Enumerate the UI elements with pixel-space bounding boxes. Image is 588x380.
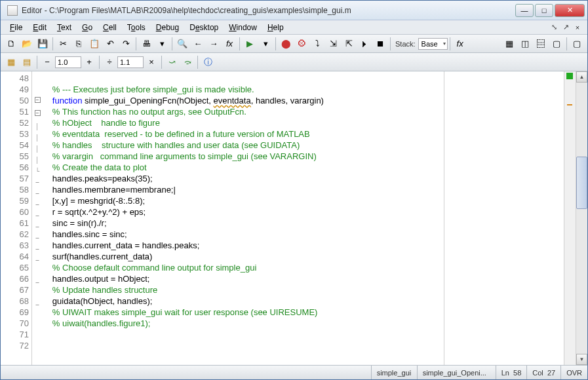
step-icon[interactable]: ⤵ bbox=[310, 37, 324, 51]
toolbar-cell: ▦ ▤ − 1.0 + ÷ 1.1 × ⤻ ⤼ ⓘ bbox=[1, 53, 587, 71]
app-icon bbox=[7, 5, 18, 16]
undock-button[interactable]: ↗ bbox=[560, 22, 571, 33]
tile-2-icon[interactable]: ◫ bbox=[518, 37, 532, 51]
status-bar: simple_gui simple_gui_Openi... Ln 58 Col… bbox=[1, 365, 587, 379]
close-button[interactable]: ✕ bbox=[555, 4, 585, 17]
print-icon[interactable]: 🖶 bbox=[139, 37, 153, 51]
multiply-value[interactable]: 1.1 bbox=[117, 56, 144, 68]
minimize-button[interactable]: — bbox=[515, 4, 534, 17]
tile-1-icon[interactable]: ▦ bbox=[502, 37, 517, 51]
run-menu-icon[interactable]: ▾ bbox=[258, 37, 273, 51]
decrement-value[interactable]: 1.0 bbox=[55, 56, 81, 68]
menu-edit[interactable]: Edit bbox=[28, 22, 52, 33]
copy-icon[interactable]: ⎘ bbox=[71, 37, 86, 51]
vertical-scrollbar[interactable]: ▲ ▼ bbox=[576, 71, 587, 365]
run-icon[interactable]: ▶ bbox=[243, 37, 257, 51]
minus-icon[interactable]: − bbox=[40, 55, 54, 69]
code-editor[interactable]: % --- Executes just before simple_gui is… bbox=[43, 71, 564, 365]
times-icon[interactable]: × bbox=[144, 55, 159, 69]
scroll-thumb[interactable] bbox=[576, 157, 587, 209]
cut-icon[interactable]: ✂ bbox=[56, 37, 70, 51]
save-icon[interactable]: 💾 bbox=[35, 37, 50, 51]
menu-go[interactable]: Go bbox=[77, 22, 98, 33]
info-icon[interactable]: ⓘ bbox=[201, 55, 215, 69]
status-ovr[interactable]: OVR bbox=[560, 366, 587, 379]
fx-insert-icon[interactable]: fx bbox=[222, 37, 237, 51]
step-out-icon[interactable]: ⇱ bbox=[342, 37, 356, 51]
status-line: Ln 58 bbox=[496, 366, 527, 379]
fold-column[interactable]: −−││││└–––––––––– bbox=[32, 71, 43, 365]
status-col: Col 27 bbox=[526, 366, 560, 379]
single-doc-icon[interactable]: ▢ bbox=[570, 37, 584, 51]
dock-button[interactable]: ⤡ bbox=[549, 22, 559, 33]
menu-bar: File Edit Text Go Cell Tools Debug Deskt… bbox=[1, 20, 587, 35]
nav-back-icon[interactable]: ← bbox=[191, 37, 205, 51]
menu-text[interactable]: Text bbox=[52, 22, 77, 33]
set-breakpoint-icon[interactable]: ⬤ bbox=[279, 37, 293, 51]
nav-fwd-icon[interactable]: → bbox=[206, 37, 221, 51]
menu-tools[interactable]: Tools bbox=[122, 22, 151, 33]
exit-debug-icon[interactable]: ⏹ bbox=[373, 37, 387, 51]
continue-icon[interactable]: ⏵ bbox=[357, 37, 372, 51]
menu-cell[interactable]: Cell bbox=[98, 22, 122, 33]
status-function[interactable]: simple_gui_Openi... bbox=[417, 366, 496, 379]
warning-marker[interactable] bbox=[567, 104, 572, 105]
redo-icon[interactable]: ↷ bbox=[119, 37, 133, 51]
message-bar[interactable] bbox=[564, 71, 576, 365]
tile-3-icon[interactable]: ⿳ bbox=[534, 37, 548, 51]
editor-area: 4849505152535455565758596061626364656667… bbox=[1, 71, 587, 365]
right-margin-line bbox=[444, 71, 444, 365]
scroll-down-icon[interactable]: ▼ bbox=[576, 354, 587, 365]
code-ok-icon bbox=[566, 73, 573, 79]
eval-advance-icon[interactable]: ⤼ bbox=[180, 55, 195, 69]
paste-icon[interactable]: 📋 bbox=[87, 37, 102, 51]
menu-file[interactable]: File bbox=[5, 22, 28, 33]
find-icon[interactable]: 🔍 bbox=[175, 37, 189, 51]
toolbar-main: 🗋 📂 💾 ✂ ⎘ 📋 ↶ ↷ 🖶 ▾ 🔍 ← → fx ▶ ▾ ⬤ ⭙ ⤵ ⇲… bbox=[1, 35, 587, 53]
print-preview-icon[interactable]: ▾ bbox=[155, 37, 169, 51]
menu-window[interactable]: Window bbox=[224, 22, 262, 33]
window-title: Editor - C:\Program Files\MATLAB\R2009a\… bbox=[22, 6, 514, 15]
line-number-gutter[interactable]: 4849505152535455565758596061626364656667… bbox=[1, 71, 32, 365]
cell-mode-icon[interactable]: ▦ bbox=[4, 55, 18, 69]
open-file-icon[interactable]: 📂 bbox=[20, 37, 34, 51]
status-doc[interactable]: simple_gui bbox=[371, 366, 417, 379]
clear-breakpoint-icon[interactable]: ⭙ bbox=[294, 37, 309, 51]
scroll-up-icon[interactable]: ▲ bbox=[576, 71, 587, 83]
menu-help[interactable]: Help bbox=[262, 22, 289, 33]
stack-combo[interactable]: Base bbox=[418, 38, 448, 50]
step-in-icon[interactable]: ⇲ bbox=[326, 37, 340, 51]
divide-icon[interactable]: ÷ bbox=[102, 55, 117, 69]
close-doc-button[interactable]: × bbox=[572, 22, 583, 33]
menu-desktop[interactable]: Desktop bbox=[184, 22, 224, 33]
menu-debug[interactable]: Debug bbox=[151, 22, 184, 33]
fx-icon[interactable]: fx bbox=[453, 37, 467, 51]
title-bar[interactable]: Editor - C:\Program Files\MATLAB\R2009a\… bbox=[1, 1, 587, 20]
stack-label: Stack: bbox=[395, 40, 416, 48]
editor-window: Editor - C:\Program Files\MATLAB\R2009a\… bbox=[0, 0, 588, 380]
eval-cell-icon[interactable]: ⤻ bbox=[165, 55, 179, 69]
tile-4-icon[interactable]: ▢ bbox=[549, 37, 564, 51]
undo-icon[interactable]: ↶ bbox=[103, 37, 117, 51]
new-file-icon[interactable]: 🗋 bbox=[4, 37, 18, 51]
insert-cell-icon[interactable]: ▤ bbox=[20, 55, 34, 69]
maximize-button[interactable]: □ bbox=[535, 4, 553, 17]
plus-icon[interactable]: + bbox=[82, 55, 96, 69]
